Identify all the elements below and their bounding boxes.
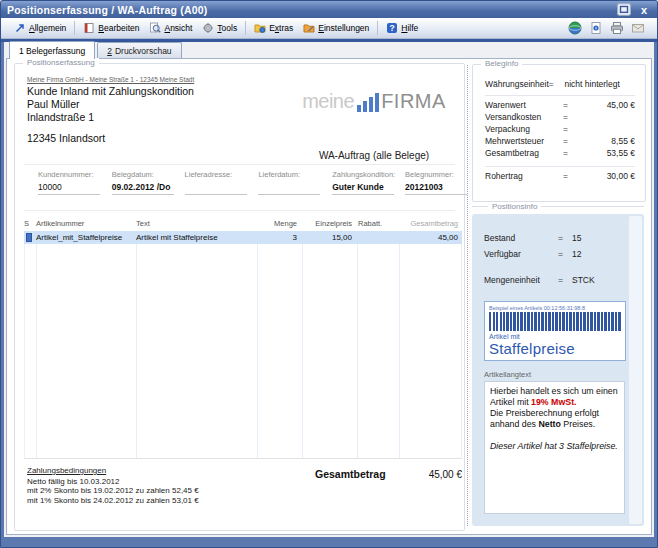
col-header-rabatt[interactable]: Rabatt. <box>358 219 400 228</box>
view-icon <box>149 22 161 34</box>
mail-icon[interactable] <box>631 21 645 35</box>
beleginfo-row-warenwert: Warenwert=45,00 € <box>485 100 635 110</box>
tab-strip: 1 Belegerfassung 2Druckvorschau <box>9 42 182 58</box>
work-area: 1 Belegerfassung 2Druckvorschau Position… <box>4 42 654 537</box>
cell-gesamtbetrag: 45,00 <box>400 233 462 242</box>
menu-item-ansicht[interactable]: Ansicht <box>144 20 197 36</box>
cell-artikelnummer: Artikel_mit_Staffelpreise <box>36 233 136 242</box>
positionsinfo-row-bestand: Bestand=15 <box>484 233 622 243</box>
document-title: WA-Auftrag (alle Belege) <box>293 150 455 161</box>
beleginfo-row-rohertrag: Rohertrag=30,00 € <box>485 171 635 181</box>
positionsinfo-panel: Bestand=15 Verfügbar=12 Mengeneinheit=ST… <box>472 214 644 526</box>
beleginfo-row-waehrungseinheit: Währungseinheit=nicht hinterlegt <box>485 79 635 89</box>
cell-einzelpreis: 15,00 <box>303 233 358 242</box>
header-fields: Kundennummer: 10000 Belegdatum: 09.02.20… <box>24 170 462 195</box>
edit-icon <box>83 22 95 34</box>
document-info-icon[interactable] <box>589 21 603 35</box>
payment-line: mit 1% Skonto bis 24.02.2012 zu zahlen 5… <box>27 496 199 506</box>
recipient-line: Paul Müller <box>27 98 194 111</box>
group-legend: Beleginfo <box>481 59 522 68</box>
artikellangtext-label: Artikellangtext <box>484 370 622 379</box>
menu-separator <box>74 21 75 35</box>
tab-druckvorschau[interactable]: 2Druckvorschau <box>97 42 181 58</box>
menu-separator <box>377 21 378 35</box>
help-icon: ? <box>386 22 398 34</box>
cell-menge: 3 <box>258 233 303 242</box>
menu-item-tools[interactable]: Tools <box>197 20 242 36</box>
menu-item-extras[interactable]: Extras <box>249 20 298 36</box>
positionserfassung-group: Positionserfassung Meine Firma GmbH - Me… <box>14 63 465 531</box>
table-empty-grid[interactable] <box>24 244 462 458</box>
payment-terms-title: Zahlungsbedingungen <box>27 466 199 476</box>
tools-icon <box>202 22 214 34</box>
field-kundennummer[interactable]: Kundennummer: 10000 <box>38 170 112 195</box>
positionsinfo-legend: Positionsinfo <box>472 202 644 211</box>
recipient-city: 12345 Inlandsort <box>27 132 194 145</box>
rule <box>24 164 455 165</box>
col-header-gesamtbetrag[interactable]: Gesamtbetrag <box>400 219 462 228</box>
recipient-line: Inlandstraße 1 <box>27 111 194 124</box>
recipient-address: Kunde Inland mit Zahlungskondition Paul … <box>27 85 194 145</box>
printer-icon[interactable] <box>610 21 624 35</box>
panel-splitter[interactable] <box>467 65 468 526</box>
close-icon[interactable]: x <box>637 4 651 16</box>
payment-line: mit 2% Skonto bis 19.02.2012 zu zahlen 5… <box>27 486 199 496</box>
col-header-einzelpreis[interactable]: Einzelpreis <box>303 219 358 228</box>
sender-line: Meine Firma GmbH - Meine Straße 1 - 1234… <box>27 76 194 83</box>
arrow-ne-icon <box>14 22 26 34</box>
field-belegdatum[interactable]: Belegdatum: 09.02.2012 /Do <box>112 170 185 195</box>
svg-text:?: ? <box>390 23 395 33</box>
menu-separator <box>245 21 246 35</box>
positionsinfo-row-mengeneinheit: Mengeneinheit=STCK <box>484 275 622 285</box>
payment-terms: Zahlungsbedingungen Netto fällig bis 10.… <box>27 466 199 505</box>
row-type-icon <box>26 233 32 242</box>
positionsinfo-scrollbar[interactable] <box>629 216 642 524</box>
group-legend: Positionserfassung <box>23 58 99 67</box>
rule <box>24 458 462 459</box>
positionsinfo-row-verfuegbar: Verfügbar=12 <box>484 249 622 259</box>
logo-bars-icon <box>357 93 379 112</box>
beleginfo-group: Beleginfo Währungseinheit=nicht hinterle… <box>472 64 646 202</box>
rule <box>485 95 635 96</box>
tab-belegerfassung[interactable]: 1 Belegerfassung <box>9 41 95 59</box>
col-header-s[interactable]: S <box>24 219 36 228</box>
menu-item-einstellungen[interactable]: Einstellungen <box>298 20 374 36</box>
rule <box>24 210 455 211</box>
col-header-text[interactable]: Text <box>136 219 258 228</box>
col-header-artikelnummer[interactable]: Artikelnummer <box>36 219 136 228</box>
title-bar: Positionserfassung / WA-Auftrag (A00) x <box>1 1 657 18</box>
recipient-line: Kunde Inland mit Zahlungskondition <box>27 85 194 98</box>
globe-icon[interactable] <box>568 21 582 35</box>
article-image-caption: Beispiel eines Artikels 00:12:56:31:98:8 <box>489 305 621 311</box>
col-header-menge[interactable]: Menge <box>258 219 303 228</box>
menu-item-bearbeiten[interactable]: Bearbeiten <box>78 20 144 36</box>
artikellangtext-box[interactable]: Hierbei handelt es sich um einen Artikel… <box>484 381 625 514</box>
extras-icon <box>254 22 266 34</box>
article-image: Beispiel eines Artikels 00:12:56:31:98:8… <box>484 301 626 361</box>
settings-icon <box>303 22 315 34</box>
company-logo: meine FIRMA <box>293 90 455 113</box>
barcode-icon <box>489 312 621 331</box>
beleginfo-row-gesamtbetrag: Gesamtbetrag=53,55 € <box>485 148 635 158</box>
content-panel: Positionserfassung Meine Firma GmbH - Me… <box>6 58 652 535</box>
invoice-total-value: 45,00 € <box>392 469 462 480</box>
beleginfo-row-mehrwertsteuer: Mehrwertsteuer=8,55 € <box>485 136 635 146</box>
app-window: Positionserfassung / WA-Auftrag (A00) x … <box>0 0 658 548</box>
invoice-total-label: Gesamtbetrag <box>315 468 386 480</box>
cell-text: Artikel mit Staffelpreise <box>136 233 258 242</box>
menu-bar: Allgemein Bearbeiten Ansicht Tools Extra… <box>1 18 657 39</box>
menu-item-hilfe[interactable]: ? Hilfe <box>381 20 423 36</box>
rule <box>485 166 635 167</box>
field-lieferadresse[interactable]: Lieferadresse: <box>185 170 259 195</box>
field-belegnummer[interactable]: Belegnummer: 20121003 <box>405 170 462 195</box>
table-row-selected[interactable]: Artikel_mit_Staffelpreise Artikel mit St… <box>24 231 462 244</box>
beleginfo-row-verpackung: Verpackung= <box>485 124 635 134</box>
field-lieferdatum[interactable]: Lieferdatum: <box>258 170 332 195</box>
beleginfo-row-versandkosten: Versandkosten= <box>485 112 635 122</box>
payment-line: Netto fällig bis 10.03.2012 <box>27 477 199 487</box>
field-zahlungskondition[interactable]: Zahlungskondition: Guter Kunde <box>332 170 405 195</box>
menu-item-allgemein[interactable]: Allgemein <box>9 20 71 36</box>
restore-window-icon[interactable] <box>617 4 631 16</box>
window-title: Positionserfassung / WA-Auftrag (A00) <box>7 4 208 16</box>
